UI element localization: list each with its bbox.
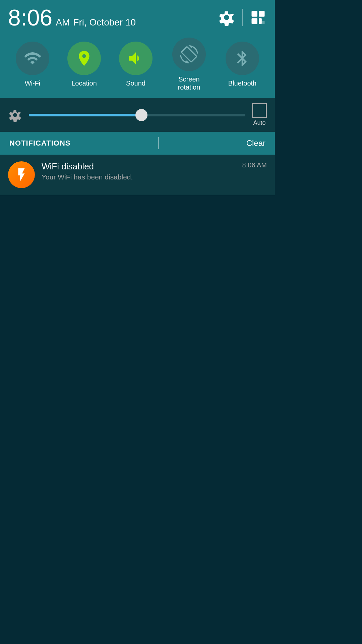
toggle-sound-circle: [119, 42, 153, 75]
brightness-slider-thumb: [135, 109, 147, 121]
brightness-slider[interactable]: [29, 114, 245, 116]
brightness-slider-fill: [29, 114, 141, 116]
toggle-location-circle: [67, 42, 101, 75]
notification-title: WiFi disabled: [42, 161, 94, 172]
bluetooth-icon: [233, 49, 251, 67]
wifi-icon: [23, 49, 42, 67]
time-ampm: AM: [56, 17, 70, 28]
notification-header-row: WiFi disabled 8:06 AM: [42, 161, 267, 172]
notification-lightning-icon: [14, 167, 29, 182]
auto-brightness-checkbox: [252, 103, 267, 118]
notifications-header-divider: [158, 137, 159, 149]
notification-body: Your WiFi has been disabled.: [42, 173, 267, 181]
toggle-screen-rotation-label: Screen rotation: [171, 75, 207, 91]
notifications-title: NOTIFICATIONS: [9, 139, 70, 148]
brightness-gear-icon: [8, 108, 22, 122]
svg-rect-0: [252, 11, 257, 17]
status-bar-right: [218, 9, 267, 26]
notification-time: 8:06 AM: [242, 161, 267, 169]
toggle-location[interactable]: Location: [67, 42, 101, 87]
toggle-screen-rotation-circle: [172, 38, 206, 71]
toggle-location-label: Location: [71, 79, 97, 87]
toggle-sound-label: Sound: [126, 79, 145, 87]
auto-brightness-label: Auto: [253, 119, 265, 126]
toggle-screen-rotation[interactable]: Screen rotation: [171, 38, 207, 91]
sound-icon: [127, 49, 145, 67]
clear-notifications-button[interactable]: Clear: [246, 139, 265, 148]
settings-icon[interactable]: [218, 9, 235, 26]
toggle-wifi-label: Wi-Fi: [25, 79, 41, 87]
notifications-header: NOTIFICATIONS Clear: [0, 132, 275, 155]
location-icon: [75, 49, 93, 67]
date-display: Fri, October 10: [73, 17, 136, 28]
quick-toggles: Wi-Fi Location Sound: [0, 32, 275, 98]
main-background: [0, 195, 275, 644]
toggle-bluetooth-circle: [226, 42, 259, 75]
notification-app-icon-wrapper: [8, 161, 35, 188]
status-bar-left: 8:06 AM Fri, October 10: [8, 6, 136, 29]
brightness-row: Auto: [0, 98, 275, 132]
svg-rect-1: [259, 11, 264, 17]
notification-item[interactable]: WiFi disabled 8:06 AM Your WiFi has been…: [0, 155, 275, 195]
toggle-wifi-circle: [16, 42, 49, 75]
toggle-bluetooth[interactable]: Bluetooth: [226, 42, 259, 87]
toggle-wifi[interactable]: Wi-Fi: [16, 42, 49, 87]
status-bar: 8:06 AM Fri, October 10: [0, 0, 275, 32]
screen-rotation-icon: [180, 45, 198, 63]
auto-brightness-button[interactable]: Auto: [252, 103, 267, 126]
notification-panel: 8:06 AM Fri, October 10: [0, 0, 275, 195]
svg-rect-2: [252, 18, 257, 24]
notification-content: WiFi disabled 8:06 AM Your WiFi has been…: [42, 161, 267, 181]
svg-rect-3: [259, 18, 262, 24]
toggle-bluetooth-label: Bluetooth: [228, 79, 257, 87]
toggle-sound[interactable]: Sound: [119, 42, 153, 87]
status-bar-divider: [242, 9, 243, 26]
time-display: 8:06: [8, 6, 52, 29]
grid-icon[interactable]: [249, 9, 267, 26]
svg-rect-4: [262, 21, 265, 24]
